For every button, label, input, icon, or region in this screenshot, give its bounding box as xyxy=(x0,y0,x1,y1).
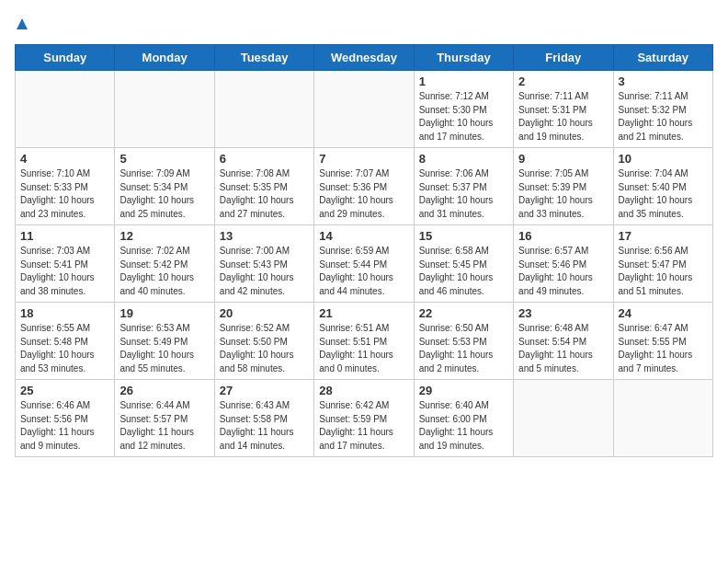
calendar-cell: 18Sunrise: 6:55 AM Sunset: 5:48 PM Dayli… xyxy=(16,303,115,380)
day-number: 26 xyxy=(119,384,209,397)
calendar-cell: 3Sunrise: 7:11 AM Sunset: 5:32 PM Daylig… xyxy=(613,71,712,148)
calendar-cell: 10Sunrise: 7:04 AM Sunset: 5:40 PM Dayli… xyxy=(613,148,712,225)
day-info: Sunrise: 6:59 AM Sunset: 5:44 PM Dayligh… xyxy=(319,245,408,298)
day-number: 25 xyxy=(20,384,109,397)
day-number: 23 xyxy=(518,306,608,320)
calendar-cell: 4Sunrise: 7:10 AM Sunset: 5:33 PM Daylig… xyxy=(16,148,115,225)
logo xyxy=(15,15,28,33)
calendar-cell: 21Sunrise: 6:51 AM Sunset: 5:51 PM Dayli… xyxy=(314,303,414,380)
day-number: 5 xyxy=(119,152,209,166)
calendar-cell: 6Sunrise: 7:08 AM Sunset: 5:35 PM Daylig… xyxy=(214,148,313,225)
day-number: 12 xyxy=(119,229,209,243)
calendar-week-row: 4Sunrise: 7:10 AM Sunset: 5:33 PM Daylig… xyxy=(16,148,713,225)
day-number: 8 xyxy=(419,152,508,166)
day-number: 19 xyxy=(119,306,209,320)
day-info: Sunrise: 7:03 AM Sunset: 5:41 PM Dayligh… xyxy=(20,245,109,298)
day-number: 29 xyxy=(419,384,508,397)
day-number: 14 xyxy=(319,229,408,243)
logo-icon xyxy=(16,17,28,30)
day-number: 4 xyxy=(20,152,109,166)
day-number: 17 xyxy=(619,229,708,243)
day-info: Sunrise: 7:08 AM Sunset: 5:35 PM Dayligh… xyxy=(220,167,309,221)
day-info: Sunrise: 7:00 AM Sunset: 5:43 PM Dayligh… xyxy=(220,245,309,298)
day-number: 13 xyxy=(220,229,309,243)
page-header xyxy=(15,15,713,33)
calendar-cell: 16Sunrise: 6:57 AM Sunset: 5:46 PM Dayli… xyxy=(514,225,613,303)
calendar-week-row: 18Sunrise: 6:55 AM Sunset: 5:48 PM Dayli… xyxy=(16,303,713,380)
calendar-header-row: SundayMondayTuesdayWednesdayThursdayFrid… xyxy=(16,45,713,71)
day-number: 28 xyxy=(319,384,408,397)
day-number: 27 xyxy=(220,384,309,397)
day-info: Sunrise: 6:43 AM Sunset: 5:58 PM Dayligh… xyxy=(220,399,309,453)
column-header-tuesday: Tuesday xyxy=(214,45,313,71)
day-info: Sunrise: 6:44 AM Sunset: 5:57 PM Dayligh… xyxy=(119,399,209,453)
calendar-cell: 23Sunrise: 6:48 AM Sunset: 5:54 PM Dayli… xyxy=(514,303,613,380)
day-info: Sunrise: 7:12 AM Sunset: 5:30 PM Dayligh… xyxy=(419,90,508,144)
calendar-cell: 22Sunrise: 6:50 AM Sunset: 5:53 PM Dayli… xyxy=(414,303,513,380)
day-info: Sunrise: 6:58 AM Sunset: 5:45 PM Dayligh… xyxy=(419,245,508,298)
day-number: 18 xyxy=(20,306,109,320)
day-number: 6 xyxy=(220,152,309,166)
day-info: Sunrise: 7:11 AM Sunset: 5:31 PM Dayligh… xyxy=(518,90,608,144)
day-info: Sunrise: 7:04 AM Sunset: 5:40 PM Dayligh… xyxy=(619,167,708,221)
day-info: Sunrise: 7:09 AM Sunset: 5:34 PM Dayligh… xyxy=(119,167,209,221)
calendar-cell: 8Sunrise: 7:06 AM Sunset: 5:37 PM Daylig… xyxy=(414,148,513,225)
day-info: Sunrise: 6:51 AM Sunset: 5:51 PM Dayligh… xyxy=(319,322,408,375)
column-header-sunday: Sunday xyxy=(16,45,115,71)
column-header-wednesday: Wednesday xyxy=(314,45,414,71)
day-info: Sunrise: 6:57 AM Sunset: 5:46 PM Dayligh… xyxy=(518,245,608,298)
day-info: Sunrise: 7:05 AM Sunset: 5:39 PM Dayligh… xyxy=(518,167,608,221)
calendar-week-row: 25Sunrise: 6:46 AM Sunset: 5:56 PM Dayli… xyxy=(16,380,713,457)
day-info: Sunrise: 6:53 AM Sunset: 5:49 PM Dayligh… xyxy=(119,322,209,375)
day-number: 1 xyxy=(419,75,508,88)
day-info: Sunrise: 7:11 AM Sunset: 5:32 PM Dayligh… xyxy=(619,90,708,144)
day-number: 22 xyxy=(419,306,508,320)
calendar-cell: 11Sunrise: 7:03 AM Sunset: 5:41 PM Dayli… xyxy=(16,225,115,303)
column-header-saturday: Saturday xyxy=(613,45,712,71)
calendar-cell: 12Sunrise: 7:02 AM Sunset: 5:42 PM Dayli… xyxy=(115,225,214,303)
day-info: Sunrise: 6:52 AM Sunset: 5:50 PM Dayligh… xyxy=(220,322,309,375)
day-info: Sunrise: 7:06 AM Sunset: 5:37 PM Dayligh… xyxy=(419,167,508,221)
day-number: 2 xyxy=(518,75,608,88)
calendar-cell: 7Sunrise: 7:07 AM Sunset: 5:36 PM Daylig… xyxy=(314,148,414,225)
calendar-cell xyxy=(214,71,313,148)
calendar-cell: 15Sunrise: 6:58 AM Sunset: 5:45 PM Dayli… xyxy=(414,225,513,303)
day-info: Sunrise: 6:46 AM Sunset: 5:56 PM Dayligh… xyxy=(20,399,109,453)
column-header-monday: Monday xyxy=(115,45,214,71)
day-info: Sunrise: 6:42 AM Sunset: 5:59 PM Dayligh… xyxy=(319,399,408,453)
day-number: 15 xyxy=(419,229,508,243)
day-number: 24 xyxy=(619,306,708,320)
calendar-cell: 2Sunrise: 7:11 AM Sunset: 5:31 PM Daylig… xyxy=(514,71,613,148)
calendar-cell: 17Sunrise: 6:56 AM Sunset: 5:47 PM Dayli… xyxy=(613,225,712,303)
day-info: Sunrise: 7:10 AM Sunset: 5:33 PM Dayligh… xyxy=(20,167,109,221)
day-number: 7 xyxy=(319,152,408,166)
calendar-cell: 20Sunrise: 6:52 AM Sunset: 5:50 PM Dayli… xyxy=(214,303,313,380)
calendar-cell xyxy=(16,71,115,148)
day-info: Sunrise: 6:47 AM Sunset: 5:55 PM Dayligh… xyxy=(619,322,708,375)
calendar-week-row: 1Sunrise: 7:12 AM Sunset: 5:30 PM Daylig… xyxy=(16,71,713,148)
day-info: Sunrise: 6:55 AM Sunset: 5:48 PM Dayligh… xyxy=(20,322,109,375)
column-header-friday: Friday xyxy=(514,45,613,71)
day-info: Sunrise: 6:40 AM Sunset: 6:00 PM Dayligh… xyxy=(419,399,508,453)
calendar-table: SundayMondayTuesdayWednesdayThursdayFrid… xyxy=(15,44,713,457)
calendar-cell: 13Sunrise: 7:00 AM Sunset: 5:43 PM Dayli… xyxy=(214,225,313,303)
day-info: Sunrise: 6:56 AM Sunset: 5:47 PM Dayligh… xyxy=(619,245,708,298)
day-info: Sunrise: 7:07 AM Sunset: 5:36 PM Dayligh… xyxy=(319,167,408,221)
calendar-cell: 9Sunrise: 7:05 AM Sunset: 5:39 PM Daylig… xyxy=(514,148,613,225)
calendar-cell: 14Sunrise: 6:59 AM Sunset: 5:44 PM Dayli… xyxy=(314,225,414,303)
calendar-cell: 24Sunrise: 6:47 AM Sunset: 5:55 PM Dayli… xyxy=(613,303,712,380)
calendar-cell xyxy=(613,380,712,457)
calendar-week-row: 11Sunrise: 7:03 AM Sunset: 5:41 PM Dayli… xyxy=(16,225,713,303)
svg-marker-0 xyxy=(17,18,28,29)
day-number: 3 xyxy=(619,75,708,88)
calendar-cell: 1Sunrise: 7:12 AM Sunset: 5:30 PM Daylig… xyxy=(414,71,513,148)
day-info: Sunrise: 6:48 AM Sunset: 5:54 PM Dayligh… xyxy=(518,322,608,375)
day-number: 10 xyxy=(619,152,708,166)
day-number: 20 xyxy=(220,306,309,320)
calendar-cell: 29Sunrise: 6:40 AM Sunset: 6:00 PM Dayli… xyxy=(414,380,513,457)
calendar-cell: 28Sunrise: 6:42 AM Sunset: 5:59 PM Dayli… xyxy=(314,380,414,457)
calendar-cell xyxy=(115,71,214,148)
calendar-cell: 25Sunrise: 6:46 AM Sunset: 5:56 PM Dayli… xyxy=(16,380,115,457)
calendar-cell xyxy=(314,71,414,148)
calendar-cell: 26Sunrise: 6:44 AM Sunset: 5:57 PM Dayli… xyxy=(115,380,214,457)
